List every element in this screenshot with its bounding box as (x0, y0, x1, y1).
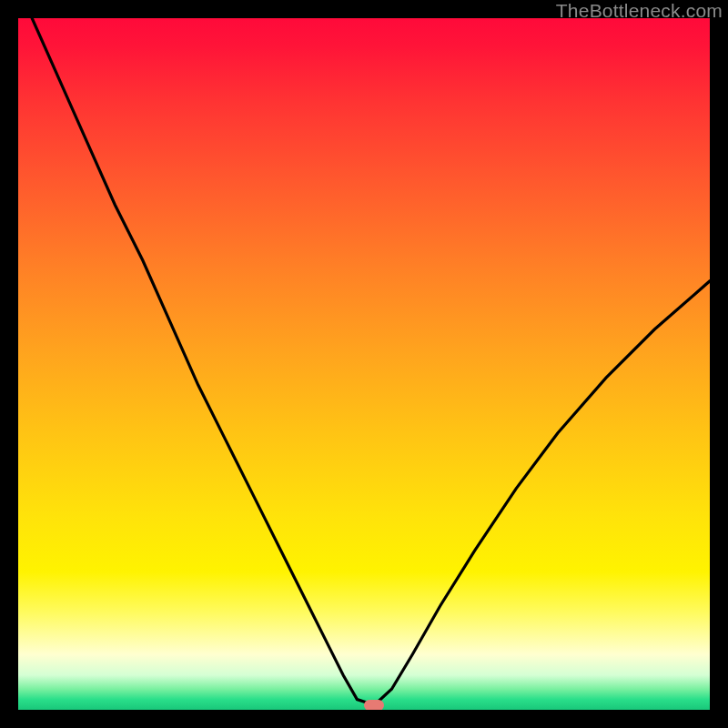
bottleneck-curve (18, 18, 710, 710)
plot-area (18, 18, 710, 710)
minimum-marker (364, 700, 384, 710)
chart-frame: TheBottleneck.com (0, 0, 728, 728)
curve-left-branch (32, 18, 374, 705)
curve-right-branch (374, 281, 710, 705)
